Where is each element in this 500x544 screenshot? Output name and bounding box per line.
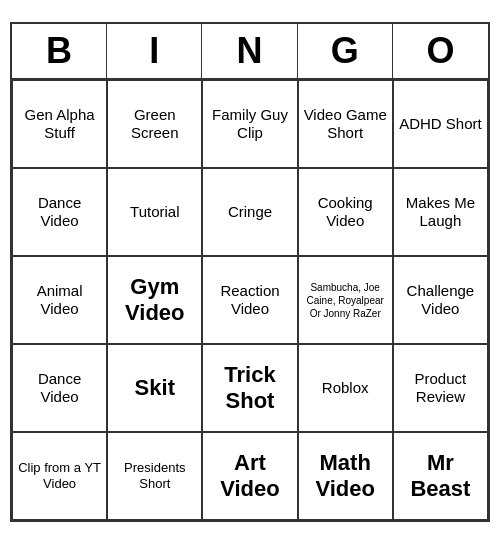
bingo-cell-2: Family Guy Clip [202, 80, 297, 168]
bingo-cell-6: Tutorial [107, 168, 202, 256]
bingo-cell-11: Gym Video [107, 256, 202, 344]
bingo-cell-16: Skit [107, 344, 202, 432]
bingo-cell-14: Challenge Video [393, 256, 488, 344]
bingo-letter-g: G [298, 24, 393, 78]
bingo-cell-22: Art Video [202, 432, 297, 520]
bingo-letter-o: O [393, 24, 488, 78]
bingo-cell-8: Cooking Video [298, 168, 393, 256]
bingo-card: BINGO Gen Alpha StuffGreen ScreenFamily … [10, 22, 490, 522]
bingo-cell-18: Roblox [298, 344, 393, 432]
bingo-cell-1: Green Screen [107, 80, 202, 168]
bingo-letter-n: N [202, 24, 297, 78]
bingo-cell-13: Sambucha, Joe Caine, Royalpear Or Jonny … [298, 256, 393, 344]
bingo-header: BINGO [12, 24, 488, 80]
bingo-cell-23: Math Video [298, 432, 393, 520]
bingo-cell-0: Gen Alpha Stuff [12, 80, 107, 168]
bingo-letter-i: I [107, 24, 202, 78]
bingo-cell-24: Mr Beast [393, 432, 488, 520]
bingo-cell-21: Presidents Short [107, 432, 202, 520]
bingo-cell-15: Dance Video [12, 344, 107, 432]
bingo-cell-7: Cringe [202, 168, 297, 256]
bingo-cell-5: Dance Video [12, 168, 107, 256]
bingo-cell-4: ADHD Short [393, 80, 488, 168]
bingo-letter-b: B [12, 24, 107, 78]
bingo-grid: Gen Alpha StuffGreen ScreenFamily Guy Cl… [12, 80, 488, 520]
bingo-cell-20: Clip from a YT Video [12, 432, 107, 520]
bingo-cell-9: Makes Me Laugh [393, 168, 488, 256]
bingo-cell-10: Animal Video [12, 256, 107, 344]
bingo-cell-3: Video Game Short [298, 80, 393, 168]
bingo-cell-19: Product Review [393, 344, 488, 432]
bingo-cell-17: Trick Shot [202, 344, 297, 432]
bingo-cell-12: Reaction Video [202, 256, 297, 344]
